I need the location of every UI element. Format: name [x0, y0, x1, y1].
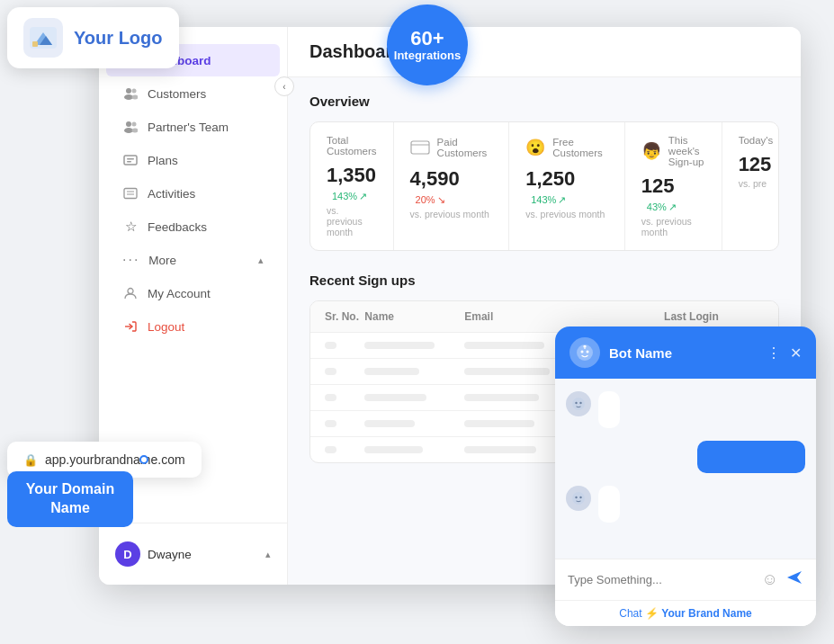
col-email: Email: [464, 310, 564, 323]
emoji-icon[interactable]: ☺: [762, 570, 778, 589]
stat-label-total: Total Customers: [327, 135, 377, 157]
sidebar-item-label-feedbacks: Feedbacks: [148, 220, 207, 234]
stat-vs-today: vs. pre: [739, 178, 774, 189]
more-chevron-icon: ▴: [258, 255, 264, 266]
svg-point-8: [126, 121, 131, 127]
stat-label-weekly: This week's Sign-up: [668, 135, 705, 167]
logo-text: Your Logo: [74, 28, 163, 49]
stat-card-total: Total Customers 1,350 143% ↗ vs. previou…: [310, 122, 394, 250]
page-title: Dashboard: [309, 41, 779, 62]
user-avatar: D: [115, 541, 140, 567]
sidebar-item-more[interactable]: ··· More ▴: [106, 244, 280, 276]
stat-label-free: Free Customers: [552, 137, 608, 158]
logo-bubble: Your Logo: [7, 7, 179, 68]
overview-title: Overview: [309, 94, 779, 109]
logout-icon: [122, 318, 139, 335]
chat-footer-brand: Your Brand Name: [661, 607, 751, 620]
sidebar-item-label-customers: Customers: [148, 87, 206, 101]
svg-point-7: [132, 95, 139, 100]
chat-input-icons: ☺: [762, 568, 803, 591]
chat-footer-icon: ⚡: [645, 607, 659, 620]
svg-rect-14: [127, 161, 131, 163]
chat-widget: Bot Name ⋮ ✕: [555, 326, 816, 626]
svg-point-18: [128, 289, 133, 294]
stat-value-paid: 4,590: [410, 167, 460, 190]
recent-signups-title: Recent Sign ups: [309, 273, 779, 288]
chat-message-user: [566, 441, 805, 473]
sidebar-item-activities[interactable]: Activities: [106, 177, 280, 210]
stat-vs-paid: vs. previous month: [410, 209, 493, 219]
sidebar-more-label: More: [148, 254, 176, 267]
user-name: Dwayne: [148, 548, 265, 561]
svg-rect-15: [124, 189, 137, 199]
chat-input-area: ☺: [555, 559, 816, 600]
svg-point-4: [126, 88, 131, 94]
svg-point-10: [132, 122, 137, 127]
stat-card-free: 😮 Free Customers 1,250 143% ↗ vs. previo…: [509, 122, 625, 250]
chat-more-btn[interactable]: ⋮: [767, 344, 781, 362]
sidebar-user[interactable]: D Dwayne ▴: [99, 532, 287, 576]
stats-row: Total Customers 1,350 143% ↗ vs. previou…: [309, 121, 779, 251]
sidebar-item-plans[interactable]: Plans: [106, 144, 280, 176]
chat-bubble-bot-2: [598, 486, 620, 523]
sidebar-item-label-logout: Logout: [148, 320, 184, 334]
stat-change-weekly: 43% ↗: [647, 201, 677, 213]
sidebar-item-logout[interactable]: Logout: [106, 310, 280, 343]
domain-label-line2: Name: [50, 500, 90, 515]
lock-icon: 🔒: [23, 453, 38, 467]
svg-point-23: [581, 351, 584, 353]
svg-point-32: [579, 496, 581, 498]
send-icon[interactable]: [785, 568, 803, 591]
customers-icon: [122, 85, 139, 102]
chat-body: [555, 379, 816, 559]
user-initial: D: [123, 548, 131, 561]
chat-footer: Chat ⚡ Your Brand Name: [555, 600, 816, 626]
main-header: Dashboard: [288, 27, 801, 77]
chat-message-bot-1: [566, 391, 805, 428]
svg-point-31: [575, 496, 577, 498]
partners-icon: [122, 119, 139, 135]
integrations-label: Integrations: [394, 49, 461, 62]
sidebar-item-customers[interactable]: Customers: [106, 77, 280, 110]
domain-name-label: Your Domain Name: [7, 471, 133, 527]
integrations-badge: 60+ Integrations: [387, 4, 468, 85]
stat-change-free: 143% ↗: [531, 194, 566, 206]
stat-change-total: 143% ↗: [332, 191, 367, 202]
svg-point-30: [572, 492, 585, 505]
col-name: Name: [364, 310, 464, 323]
chat-header: Bot Name ⋮ ✕: [555, 326, 816, 379]
svg-rect-20: [411, 141, 429, 154]
svg-rect-12: [124, 156, 137, 165]
sidebar-item-label-partners: Partner's Team: [148, 121, 229, 134]
stat-change-paid: 20% ↘: [416, 194, 445, 206]
stat-value-total: 1,350: [327, 164, 376, 186]
stat-card-paid: Paid Customers 4,590 20% ↘ vs. previous …: [394, 122, 510, 250]
chat-input[interactable]: [568, 573, 755, 586]
plans-icon: [122, 152, 139, 168]
paid-icon: [410, 135, 430, 160]
domain-label-line1: Your Domain: [26, 481, 114, 496]
stat-value-weekly: 125: [641, 174, 675, 197]
connector-dot: [139, 455, 148, 464]
chat-footer-text: Chat: [619, 607, 641, 620]
stat-card-weekly: 👦 This week's Sign-up 125 43% ↗ vs. prev…: [625, 122, 722, 250]
sidebar-bottom: D Dwayne ▴: [99, 523, 287, 585]
more-dots-icon: ···: [122, 252, 139, 268]
chat-bubble-bot-1: [598, 391, 620, 428]
svg-point-24: [587, 351, 589, 353]
svg-rect-3: [32, 41, 38, 47]
stat-vs-total: vs. previous month: [327, 205, 377, 237]
chat-close-btn[interactable]: ✕: [790, 344, 802, 362]
chat-bot-name: Bot Name: [609, 345, 758, 361]
sidebar-collapse-btn[interactable]: ‹: [274, 76, 294, 96]
sidebar-item-partners-team[interactable]: Partner's Team: [106, 111, 280, 143]
stat-vs-free: vs. previous month: [525, 209, 608, 219]
chat-msg-avatar-bot: [566, 391, 591, 416]
user-chevron-icon: ▴: [265, 549, 271, 560]
feedbacks-icon: ☆: [122, 219, 139, 235]
svg-point-11: [132, 129, 139, 133]
sidebar-item-my-account[interactable]: My Account: [106, 277, 280, 309]
svg-rect-25: [584, 345, 587, 348]
sidebar-item-feedbacks[interactable]: ☆ Feedbacks: [106, 210, 280, 243]
stat-label-paid: Paid Customers: [437, 137, 493, 158]
